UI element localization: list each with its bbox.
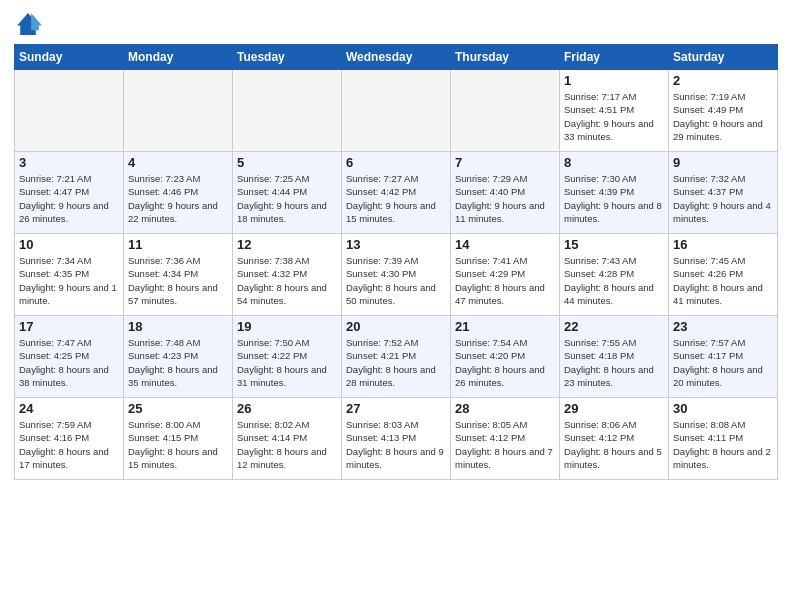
calendar-cell: 21Sunrise: 7:54 AMSunset: 4:20 PMDayligh… — [451, 316, 560, 398]
calendar: SundayMondayTuesdayWednesdayThursdayFrid… — [14, 44, 778, 480]
day-info: Sunrise: 7:29 AMSunset: 4:40 PMDaylight:… — [455, 172, 555, 225]
calendar-header-tuesday: Tuesday — [233, 45, 342, 70]
day-number: 9 — [673, 155, 773, 170]
day-number: 4 — [128, 155, 228, 170]
calendar-week-row: 3Sunrise: 7:21 AMSunset: 4:47 PMDaylight… — [15, 152, 778, 234]
calendar-cell: 28Sunrise: 8:05 AMSunset: 4:12 PMDayligh… — [451, 398, 560, 480]
day-number: 7 — [455, 155, 555, 170]
calendar-header-friday: Friday — [560, 45, 669, 70]
day-info: Sunrise: 7:52 AMSunset: 4:21 PMDaylight:… — [346, 336, 446, 389]
calendar-week-row: 10Sunrise: 7:34 AMSunset: 4:35 PMDayligh… — [15, 234, 778, 316]
calendar-cell: 19Sunrise: 7:50 AMSunset: 4:22 PMDayligh… — [233, 316, 342, 398]
day-info: Sunrise: 7:25 AMSunset: 4:44 PMDaylight:… — [237, 172, 337, 225]
page-container: SundayMondayTuesdayWednesdayThursdayFrid… — [0, 0, 792, 488]
day-number: 13 — [346, 237, 446, 252]
calendar-cell: 16Sunrise: 7:45 AMSunset: 4:26 PMDayligh… — [669, 234, 778, 316]
calendar-cell: 6Sunrise: 7:27 AMSunset: 4:42 PMDaylight… — [342, 152, 451, 234]
day-info: Sunrise: 7:47 AMSunset: 4:25 PMDaylight:… — [19, 336, 119, 389]
calendar-cell — [451, 70, 560, 152]
day-number: 20 — [346, 319, 446, 334]
day-number: 16 — [673, 237, 773, 252]
calendar-header-thursday: Thursday — [451, 45, 560, 70]
calendar-cell: 30Sunrise: 8:08 AMSunset: 4:11 PMDayligh… — [669, 398, 778, 480]
day-info: Sunrise: 7:36 AMSunset: 4:34 PMDaylight:… — [128, 254, 228, 307]
calendar-cell: 17Sunrise: 7:47 AMSunset: 4:25 PMDayligh… — [15, 316, 124, 398]
day-info: Sunrise: 7:59 AMSunset: 4:16 PMDaylight:… — [19, 418, 119, 471]
day-info: Sunrise: 7:34 AMSunset: 4:35 PMDaylight:… — [19, 254, 119, 307]
day-number: 26 — [237, 401, 337, 416]
calendar-cell — [342, 70, 451, 152]
day-info: Sunrise: 7:54 AMSunset: 4:20 PMDaylight:… — [455, 336, 555, 389]
page-header — [14, 10, 778, 38]
day-number: 15 — [564, 237, 664, 252]
calendar-cell: 25Sunrise: 8:00 AMSunset: 4:15 PMDayligh… — [124, 398, 233, 480]
calendar-cell: 10Sunrise: 7:34 AMSunset: 4:35 PMDayligh… — [15, 234, 124, 316]
calendar-cell: 12Sunrise: 7:38 AMSunset: 4:32 PMDayligh… — [233, 234, 342, 316]
day-info: Sunrise: 7:41 AMSunset: 4:29 PMDaylight:… — [455, 254, 555, 307]
calendar-cell: 1Sunrise: 7:17 AMSunset: 4:51 PMDaylight… — [560, 70, 669, 152]
day-info: Sunrise: 7:38 AMSunset: 4:32 PMDaylight:… — [237, 254, 337, 307]
calendar-cell: 18Sunrise: 7:48 AMSunset: 4:23 PMDayligh… — [124, 316, 233, 398]
day-number: 2 — [673, 73, 773, 88]
calendar-header-sunday: Sunday — [15, 45, 124, 70]
day-number: 11 — [128, 237, 228, 252]
day-info: Sunrise: 7:30 AMSunset: 4:39 PMDaylight:… — [564, 172, 664, 225]
calendar-header-monday: Monday — [124, 45, 233, 70]
day-info: Sunrise: 7:43 AMSunset: 4:28 PMDaylight:… — [564, 254, 664, 307]
calendar-cell: 14Sunrise: 7:41 AMSunset: 4:29 PMDayligh… — [451, 234, 560, 316]
day-info: Sunrise: 8:06 AMSunset: 4:12 PMDaylight:… — [564, 418, 664, 471]
calendar-cell — [124, 70, 233, 152]
day-info: Sunrise: 8:05 AMSunset: 4:12 PMDaylight:… — [455, 418, 555, 471]
day-number: 3 — [19, 155, 119, 170]
calendar-header-row: SundayMondayTuesdayWednesdayThursdayFrid… — [15, 45, 778, 70]
day-number: 17 — [19, 319, 119, 334]
calendar-cell: 5Sunrise: 7:25 AMSunset: 4:44 PMDaylight… — [233, 152, 342, 234]
day-number: 12 — [237, 237, 337, 252]
day-info: Sunrise: 8:00 AMSunset: 4:15 PMDaylight:… — [128, 418, 228, 471]
day-number: 30 — [673, 401, 773, 416]
calendar-cell: 15Sunrise: 7:43 AMSunset: 4:28 PMDayligh… — [560, 234, 669, 316]
day-number: 25 — [128, 401, 228, 416]
calendar-cell: 22Sunrise: 7:55 AMSunset: 4:18 PMDayligh… — [560, 316, 669, 398]
calendar-cell: 13Sunrise: 7:39 AMSunset: 4:30 PMDayligh… — [342, 234, 451, 316]
calendar-cell: 27Sunrise: 8:03 AMSunset: 4:13 PMDayligh… — [342, 398, 451, 480]
day-number: 5 — [237, 155, 337, 170]
day-info: Sunrise: 7:21 AMSunset: 4:47 PMDaylight:… — [19, 172, 119, 225]
day-number: 28 — [455, 401, 555, 416]
day-number: 1 — [564, 73, 664, 88]
day-info: Sunrise: 7:32 AMSunset: 4:37 PMDaylight:… — [673, 172, 773, 225]
day-number: 24 — [19, 401, 119, 416]
calendar-cell: 24Sunrise: 7:59 AMSunset: 4:16 PMDayligh… — [15, 398, 124, 480]
calendar-cell: 2Sunrise: 7:19 AMSunset: 4:49 PMDaylight… — [669, 70, 778, 152]
day-number: 23 — [673, 319, 773, 334]
day-info: Sunrise: 7:17 AMSunset: 4:51 PMDaylight:… — [564, 90, 664, 143]
logo-icon — [14, 10, 42, 38]
day-info: Sunrise: 8:02 AMSunset: 4:14 PMDaylight:… — [237, 418, 337, 471]
calendar-header-wednesday: Wednesday — [342, 45, 451, 70]
day-info: Sunrise: 7:48 AMSunset: 4:23 PMDaylight:… — [128, 336, 228, 389]
calendar-cell: 23Sunrise: 7:57 AMSunset: 4:17 PMDayligh… — [669, 316, 778, 398]
svg-marker-1 — [31, 13, 42, 30]
day-number: 10 — [19, 237, 119, 252]
calendar-cell: 8Sunrise: 7:30 AMSunset: 4:39 PMDaylight… — [560, 152, 669, 234]
calendar-cell: 26Sunrise: 8:02 AMSunset: 4:14 PMDayligh… — [233, 398, 342, 480]
day-number: 14 — [455, 237, 555, 252]
day-number: 21 — [455, 319, 555, 334]
calendar-cell: 9Sunrise: 7:32 AMSunset: 4:37 PMDaylight… — [669, 152, 778, 234]
calendar-cell — [233, 70, 342, 152]
day-number: 29 — [564, 401, 664, 416]
calendar-header-saturday: Saturday — [669, 45, 778, 70]
calendar-cell: 7Sunrise: 7:29 AMSunset: 4:40 PMDaylight… — [451, 152, 560, 234]
day-number: 8 — [564, 155, 664, 170]
day-info: Sunrise: 7:55 AMSunset: 4:18 PMDaylight:… — [564, 336, 664, 389]
calendar-week-row: 24Sunrise: 7:59 AMSunset: 4:16 PMDayligh… — [15, 398, 778, 480]
day-number: 27 — [346, 401, 446, 416]
day-number: 18 — [128, 319, 228, 334]
day-info: Sunrise: 7:57 AMSunset: 4:17 PMDaylight:… — [673, 336, 773, 389]
day-info: Sunrise: 7:50 AMSunset: 4:22 PMDaylight:… — [237, 336, 337, 389]
day-info: Sunrise: 7:23 AMSunset: 4:46 PMDaylight:… — [128, 172, 228, 225]
day-info: Sunrise: 7:39 AMSunset: 4:30 PMDaylight:… — [346, 254, 446, 307]
calendar-week-row: 1Sunrise: 7:17 AMSunset: 4:51 PMDaylight… — [15, 70, 778, 152]
day-info: Sunrise: 7:27 AMSunset: 4:42 PMDaylight:… — [346, 172, 446, 225]
calendar-cell: 3Sunrise: 7:21 AMSunset: 4:47 PMDaylight… — [15, 152, 124, 234]
